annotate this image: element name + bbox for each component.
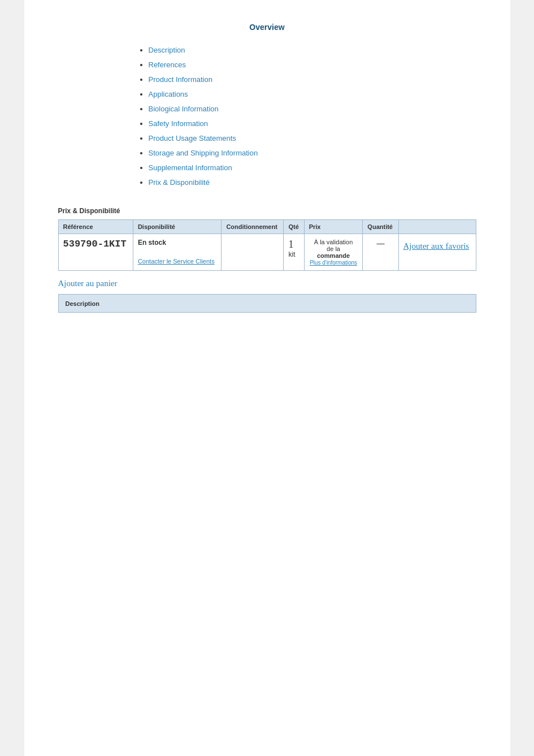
list-item: References [149, 58, 476, 72]
prix-disponibilite-section: Prix & Disponibilité Référence Disponibi… [58, 207, 476, 313]
col-header-quantite: Quantité [363, 220, 398, 234]
list-item: Supplemental Information [149, 161, 476, 175]
cell-prix: À la validation de la commande Plus d'in… [304, 234, 363, 271]
cell-quantite: — [363, 234, 398, 271]
nav-link-applications[interactable]: Applications [149, 90, 188, 98]
nav-link-product-information[interactable]: Product Information [149, 75, 212, 84]
nav-link-prix-disponibilite[interactable]: Prix & Disponibilité [149, 178, 210, 187]
cell-reference: 539790-1KIT [58, 234, 133, 271]
nav-link-biological-information[interactable]: Biological Information [149, 105, 219, 113]
nav-link-description[interactable]: Description [149, 46, 185, 54]
list-item: Product Usage Statements [149, 131, 476, 146]
add-to-cart-button[interactable]: Ajouter au panier [58, 278, 118, 290]
table-wrapper: Référence Disponibilité Conditionnement … [58, 219, 476, 271]
description-section: Description [58, 294, 476, 313]
list-item: Prix & Disponibilité [149, 175, 476, 190]
nav-link-storage-shipping[interactable]: Storage and Shipping Information [149, 149, 258, 157]
section-title: Prix & Disponibilité [58, 207, 476, 215]
list-item: Description [149, 43, 476, 58]
col-header-prix: Prix [304, 220, 363, 234]
nav-list: Description References Product Informati… [58, 43, 476, 190]
overview-title: Overview [58, 23, 476, 32]
col-header-reference: Référence [58, 220, 133, 234]
cell-conditionnement [222, 234, 284, 271]
list-item: Product Information [149, 72, 476, 87]
list-item: Storage and Shipping Information [149, 146, 476, 161]
nav-link-safety-information[interactable]: Safety Information [149, 119, 209, 128]
contact-service-link[interactable]: Contacter le Service Clients [138, 258, 217, 265]
col-header-conditionnement: Conditionnement [222, 220, 284, 234]
product-table: Référence Disponibilité Conditionnement … [58, 219, 476, 271]
add-favorites-link[interactable]: Ajouter aux favoris [403, 241, 470, 250]
table-header-row: Référence Disponibilité Conditionnement … [58, 220, 476, 234]
list-item: Applications [149, 87, 476, 102]
nav-link-references[interactable]: References [149, 61, 186, 69]
cell-disponibilite: En stock Contacter le Service Clients [133, 234, 222, 271]
cell-add-favorites: Ajouter aux favoris [398, 234, 476, 271]
col-header-actions [398, 220, 476, 234]
description-label: Description [66, 300, 100, 307]
nav-link-supplemental[interactable]: Supplemental Information [149, 163, 232, 172]
page-container: Overview Description References Product … [24, 0, 510, 756]
col-header-qte: Qté [284, 220, 304, 234]
col-header-disponibilite: Disponibilité [133, 220, 222, 234]
table-row: 539790-1KIT En stock Contacter le Servic… [58, 234, 476, 271]
add-cart-row: Ajouter au panier [58, 273, 476, 294]
nav-link-product-usage[interactable]: Product Usage Statements [149, 134, 236, 142]
cell-qte: 1 kit [284, 234, 304, 271]
plus-informations-link[interactable]: Plus d'informations [310, 260, 357, 266]
list-item: Biological Information [149, 102, 476, 116]
list-item: Safety Information [149, 116, 476, 131]
